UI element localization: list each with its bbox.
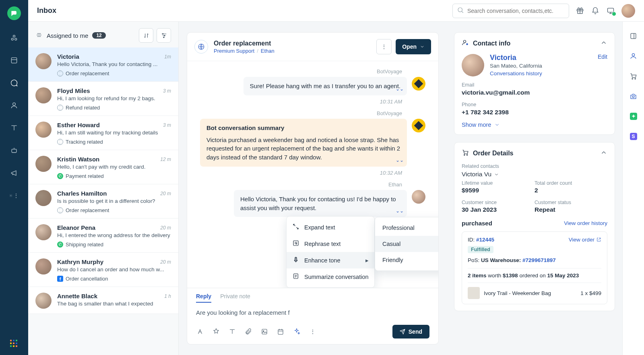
conversations-history-link[interactable]: Conversations history (490, 70, 542, 76)
conv-time: 20 m (160, 259, 171, 265)
contact-avatar (35, 190, 52, 206)
conversation-item[interactable]: Annette Black1 hThe bag is smaller than … (28, 287, 178, 314)
svg-rect-5 (12, 149, 17, 153)
panel-collapse-icon[interactable] (629, 31, 638, 40)
ai-tone-option[interactable]: Friendly (375, 252, 438, 268)
conv-tag: Tracking related (57, 139, 171, 145)
reply-tab-private-note[interactable]: Private note (220, 293, 250, 303)
conversation-item[interactable]: Kristin Watson12 mHello, I can't pay wit… (28, 150, 178, 184)
nav-contacts-icon[interactable] (9, 101, 19, 110)
svg-point-7 (458, 8, 462, 12)
nav-apps-icon[interactable] (9, 339, 19, 349)
send-button[interactable]: Send (392, 325, 429, 338)
contact-name: Esther Howard (57, 122, 100, 128)
conv-time: 1m (164, 54, 171, 60)
purchased-title: purchased (462, 220, 492, 227)
availability-icon[interactable] (606, 6, 615, 15)
conversation-item[interactable]: Kathryn Murphy20 mHow do I cancel an ord… (28, 253, 178, 287)
bot-avatar (412, 119, 425, 132)
conversation-item[interactable]: Eleanor Pena20 mHi, I entered the wrong … (28, 219, 178, 253)
facebook-icon: f (57, 276, 63, 282)
contact-name: Kristin Watson (57, 156, 99, 163)
attachment-icon[interactable] (244, 328, 252, 336)
show-more-link[interactable]: Show more (462, 122, 607, 128)
nav-dashboard-icon[interactable] (9, 56, 19, 65)
thread-more-button[interactable]: ⋮ (376, 39, 392, 54)
order-details-panel: Order Details Related contacts Victoria … (454, 142, 615, 311)
conv-time: 20 m (160, 191, 171, 196)
nav-bot-icon[interactable] (9, 146, 19, 155)
ai-tone-option[interactable]: Professional (375, 220, 438, 236)
self-avatar[interactable] (621, 4, 635, 18)
app-logo[interactable] (7, 6, 21, 20)
ai-menu-item-summarize[interactable]: Summarize conversation (287, 268, 374, 285)
filter-button[interactable] (157, 28, 171, 43)
camera-tab-icon[interactable] (629, 92, 638, 101)
sort-button[interactable] (139, 28, 153, 43)
ai-assist-menu: Expand textRephrase textEnhance tone▸Sum… (286, 216, 375, 288)
related-contacts-label: Related contacts (462, 163, 607, 169)
ai-menu-item-expand[interactable]: Expand text (287, 219, 374, 235)
nav-inbox-icon[interactable] (9, 78, 19, 88)
conversation-item[interactable]: Floyd Miles3 mHi, I am looking for refun… (28, 82, 178, 116)
edit-contact-link[interactable]: Edit (598, 54, 607, 60)
order-id-link[interactable]: #12445 (476, 237, 494, 243)
reply-tab-reply[interactable]: Reply (196, 293, 211, 303)
canned-response-icon[interactable] (212, 328, 220, 336)
contact-avatar (35, 53, 52, 69)
thread-team-link[interactable]: Premium Support (214, 48, 254, 54)
contact-name: Victoria (57, 53, 79, 60)
chevron-up-icon[interactable] (600, 39, 607, 48)
conv-time: 12 m (160, 157, 171, 162)
conv-preview: Hi, I am looking for refund for my 2 bag… (57, 95, 171, 101)
svg-point-0 (13, 35, 15, 37)
thread-status-button[interactable]: Open (396, 39, 431, 54)
bell-icon[interactable] (591, 6, 600, 15)
gift-icon[interactable] (576, 6, 584, 15)
fulfilled-chip: Fulfilled (468, 246, 493, 253)
summarize-icon (292, 272, 299, 281)
nav-settings-icon[interactable]: ⋮ (9, 191, 19, 200)
reply-textarea[interactable]: Are you looking for a replacement f (196, 307, 429, 325)
ai-tone-option[interactable]: Casual (375, 236, 438, 252)
view-order-link[interactable]: View order (569, 237, 601, 243)
svg-point-6 (10, 195, 11, 196)
related-contact-select[interactable]: Victoria Vu (462, 171, 607, 178)
conv-tag: ✆Payment related (57, 173, 171, 179)
nav-overview-icon[interactable] (9, 33, 19, 43)
contact-name[interactable]: Victoria (490, 54, 542, 62)
cart-tab-icon[interactable] (629, 72, 638, 80)
format-text-icon[interactable] (196, 328, 204, 336)
product-qty-price: 1 x $499 (580, 290, 601, 296)
delivered-check-icon: ⌄⌄ (396, 208, 404, 215)
image-icon[interactable] (260, 328, 268, 336)
shopify-tab-icon[interactable]: S (629, 132, 638, 141)
chevron-up-icon[interactable] (600, 149, 607, 158)
view-order-history-link[interactable]: View order history (564, 220, 607, 226)
chat-bubble-tab-icon[interactable]: ✦ (629, 112, 638, 121)
search-input[interactable] (467, 8, 565, 14)
reply-more-icon[interactable]: ⋮ (309, 328, 317, 336)
nav-knowledge-icon[interactable] (9, 123, 19, 133)
contact-avatar (35, 293, 52, 309)
contact-avatar (35, 258, 52, 275)
ai-menu-item-rephrase[interactable]: Rephrase text (287, 235, 374, 252)
contact-tab-icon[interactable] (629, 52, 638, 60)
ai-menu-item-tone[interactable]: Enhance tone▸ (287, 252, 374, 268)
globe-icon (57, 105, 63, 111)
conversation-item[interactable]: Esther Howard3 mHi, I am still waiting f… (28, 116, 178, 150)
conversation-item[interactable]: Charles Hamilton20 mIs is possible to ge… (28, 184, 178, 219)
conv-preview: Hello Victoria, Thank you for contacting… (57, 61, 171, 67)
thread-agent-link[interactable]: Ethan (261, 48, 275, 54)
list-menu-icon[interactable] (35, 31, 43, 40)
ai-assist-icon[interactable] (293, 328, 301, 336)
chevron-right-icon: ▸ (365, 257, 369, 264)
search-icon (457, 6, 464, 15)
pos-id-link[interactable]: #7299671897 (522, 257, 556, 263)
contact-name: Kathryn Murphy (57, 258, 103, 265)
conversation-item[interactable]: Victoria1mHello Victoria, Thank you for … (28, 47, 178, 82)
knowledge-icon[interactable] (228, 328, 236, 336)
calendar-icon[interactable] (277, 328, 285, 336)
nav-campaigns-icon[interactable] (9, 168, 19, 178)
search-input-wrap[interactable] (452, 4, 569, 18)
